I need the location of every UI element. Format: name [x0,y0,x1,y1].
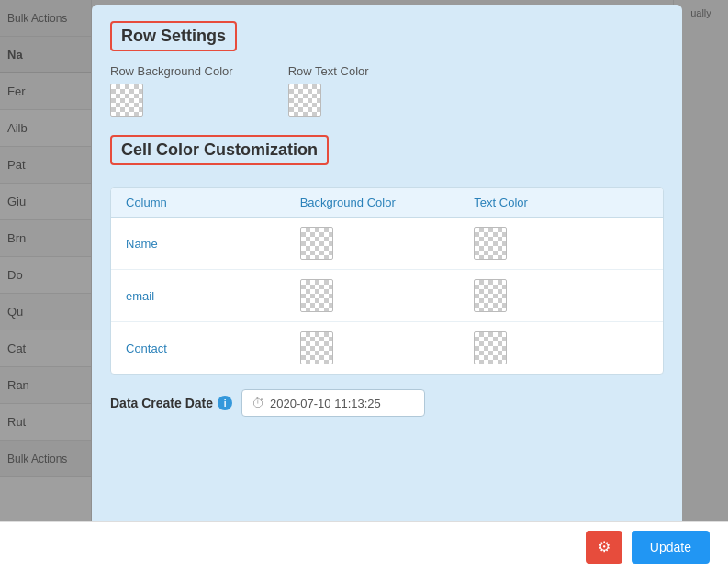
info-icon[interactable]: i [218,396,232,410]
bg-row-6: Qu [0,294,91,330]
data-create-date-label: Data Create Date i [110,396,232,410]
gear-button[interactable]: ⚙ [586,531,622,564]
row-settings-modal: Row Settings Row Background Color Row Te… [92,5,682,566]
bg-bulk-bottom: Bulk Actions [0,441,91,477]
bg-row-9: Rut [0,404,91,441]
cct-col-header: Column [126,196,300,209]
table-row: Name [111,218,663,270]
data-create-date-row: Data Create Date i ⏱ 2020-07-10 11:13:25 [110,389,664,417]
table-row: email [111,270,663,322]
cct-bg-swatch-0[interactable] [300,227,475,260]
cell-color-table: Column Background Color Text Color Name … [110,187,664,375]
bg-row-5: Do [0,257,91,294]
bg-row-1: Ailb [0,110,91,147]
name-bg-color-swatch[interactable] [300,227,333,260]
cct-row-name-0: Name [126,237,300,251]
row-background-color-swatch[interactable] [110,84,143,117]
date-value: 2020-07-10 11:13:25 [270,397,381,410]
clock-icon: ⏱ [252,396,264,410]
row-text-color-field: Row Text Color [288,64,369,117]
contact-text-color-swatch[interactable] [474,331,507,364]
bg-row-4: Brn [0,220,91,257]
date-input[interactable]: ⏱ 2020-07-10 11:13:25 [241,389,425,417]
row-color-fields: Row Background Color Row Text Color [110,64,664,117]
row-text-color-label: Row Text Color [288,64,369,78]
right-label: ually [690,7,711,18]
table-row: Contact [111,322,663,374]
cct-text-swatch-1[interactable] [474,279,648,312]
bg-row-8: Ran [0,367,91,404]
cct-header: Column Background Color Text Color [111,188,663,218]
bg-row-7: Cat [0,330,91,367]
bg-row-2: Pat [0,147,91,184]
row-settings-section: Row Settings Row Background Color Row Te… [110,21,664,117]
cct-bg-header: Background Color [300,196,475,209]
bg-bulk-top: Bulk Actions [0,0,91,37]
cct-text-swatch-2[interactable] [474,331,648,364]
cell-color-section: Cell Color Customization Column Backgrou… [110,135,664,375]
update-button[interactable]: Update [632,531,710,564]
cct-text-header: Text Color [474,196,648,209]
gear-icon: ⚙ [598,538,610,555]
bg-header: Na [0,37,91,73]
contact-bg-color-swatch[interactable] [300,331,333,364]
cell-color-title: Cell Color Customization [110,135,329,165]
cct-bg-swatch-1[interactable] [300,279,475,312]
row-settings-title: Row Settings [110,21,237,51]
bg-table-left: Bulk Actions Na Fer Ailb Pat Giu Brn Do … [0,0,92,571]
name-text-color-swatch[interactable] [474,227,507,260]
cct-row-name-2: Contact [126,341,300,355]
cct-text-swatch-0[interactable] [474,227,648,260]
cct-bg-swatch-2[interactable] [300,331,475,364]
bg-row-3: Giu [0,184,91,220]
row-background-color-field: Row Background Color [110,64,233,117]
row-background-color-label: Row Background Color [110,64,233,78]
bg-row-0: Fer [0,73,91,110]
bottom-bar: ⚙ Update [0,521,728,571]
email-text-color-swatch[interactable] [474,279,507,312]
row-text-color-swatch[interactable] [288,84,321,117]
email-bg-color-swatch[interactable] [300,279,333,312]
cct-row-name-1: email [126,289,300,303]
